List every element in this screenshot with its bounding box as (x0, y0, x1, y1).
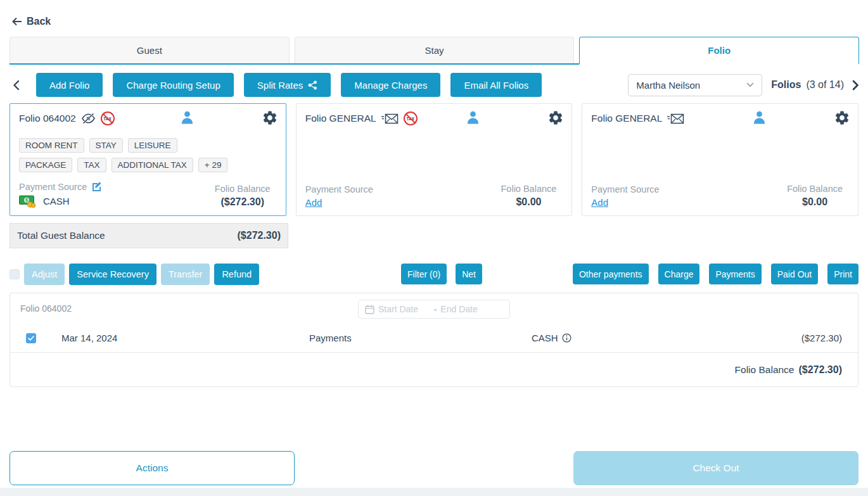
transaction-method-label: CASH (532, 333, 558, 343)
info-icon[interactable] (562, 333, 571, 343)
transfer-button[interactable]: Transfer (161, 264, 210, 285)
folio-page: Back Guest Stay Folio Add Folio Charge R… (0, 0, 868, 496)
folio-balance-block: Folio Balance $0.00 (787, 184, 843, 208)
folio-card-footer: Payment Source $ (19, 181, 277, 208)
charge-tags: ROOM RENT STAY LEISURE PACKAGE TAX ADDIT… (19, 138, 234, 172)
calendar-icon (365, 305, 374, 314)
folio-balance-value: $0.00 (516, 196, 541, 208)
right-actions: Other payments Charge Payments Paid Out … (573, 264, 858, 284)
end-date-input[interactable] (440, 304, 492, 314)
eye-hidden-icon (81, 113, 96, 124)
start-date-input[interactable] (378, 304, 430, 314)
folio-settings-button[interactable] (547, 110, 564, 126)
person-icon (181, 111, 193, 124)
payment-source-label: Payment Source (305, 184, 373, 194)
adjust-button[interactable]: Adjust (24, 264, 65, 285)
guest-select[interactable]: Martha Neilson (628, 74, 762, 96)
folios-pagination: Folios (3 of 14) (771, 76, 862, 94)
folio-card-header: Folio 064002 TAX (19, 111, 277, 126)
chevron-right-icon (852, 80, 859, 91)
total-guest-balance-label: Total Guest Balance (17, 230, 105, 241)
guest-person-button[interactable] (467, 111, 479, 124)
folio-cards: Folio 064002 TAX (10, 103, 858, 216)
date-range-picker[interactable]: - (358, 300, 510, 319)
folio-tag: ROOM RENT (19, 138, 84, 153)
tab-guest[interactable]: Guest (10, 37, 290, 63)
charge-routing-setup-button[interactable]: Charge Routing Setup (113, 73, 233, 97)
back-button[interactable]: Back (11, 16, 51, 27)
service-recovery-button[interactable]: Service Recovery (69, 264, 156, 285)
folio-tag: PACKAGE (19, 158, 72, 172)
cash-icon: $ (19, 194, 37, 208)
transaction-date: Mar 14, 2024 (61, 333, 117, 343)
guest-person-button[interactable] (753, 111, 765, 124)
add-payment-source-link[interactable]: Add (591, 197, 608, 208)
transactions-table-footer: Folio Balance ($272.30) (10, 353, 858, 386)
folio-card-title: Folio GENERAL (591, 113, 662, 124)
folio-card-general-1[interactable]: Folio GENERAL TAX (296, 103, 573, 216)
charge-button[interactable]: Charge (658, 264, 700, 284)
payment-method: $ CASH (19, 194, 102, 208)
row-checkbox[interactable] (26, 333, 36, 343)
prev-folio-button[interactable] (10, 76, 22, 94)
transaction-row[interactable]: Mar 14, 2024 Payments CASH ($272.30) (10, 324, 858, 353)
other-payments-button[interactable]: Other payments (573, 264, 649, 284)
no-tax-icon-text: TAX (406, 117, 414, 121)
email-all-folios-button[interactable]: Email All Folios (450, 73, 542, 97)
add-payment-source-link[interactable]: Add (305, 197, 322, 208)
folio-card-header: Folio GENERAL TAX (305, 111, 563, 126)
total-guest-balance-bar: Total Guest Balance ($272.30) (10, 223, 288, 248)
folio-card-footer: Payment Source Add Folio Balance $0.00 (305, 184, 563, 208)
folio-settings-button[interactable] (834, 110, 850, 126)
folio-balance-label: Folio Balance (501, 184, 556, 194)
bottom-strip (0, 488, 868, 496)
folio-tag: ADDITIONAL TAX (112, 158, 193, 172)
share-icon (308, 80, 317, 90)
manage-charges-button[interactable]: Manage Charges (341, 73, 440, 97)
folio-card-general-2[interactable]: Folio GENERAL (582, 103, 858, 216)
svg-text:$: $ (25, 197, 29, 203)
print-button[interactable]: Print (827, 264, 858, 284)
folio-card-title: Folio GENERAL (305, 113, 376, 124)
filter-actions: Filter (0) Net (401, 264, 482, 284)
folio-balance-label: Folio Balance (787, 184, 843, 194)
table-folio-balance-value: ($272.30) (799, 364, 843, 376)
folio-settings-button[interactable] (262, 110, 278, 126)
folios-label: Folios (771, 79, 801, 91)
folio-balance-value: $0.00 (802, 196, 827, 208)
no-tax-icon: TAX (404, 111, 418, 125)
edit-pencil-icon[interactable] (91, 181, 102, 192)
more-tags-badge[interactable]: + 29 (198, 158, 228, 172)
folio-tag: TAX (77, 158, 106, 172)
tab-stay[interactable]: Stay (295, 37, 575, 63)
transaction-method: CASH (532, 333, 571, 343)
folio-card-title: Folio 064002 (19, 113, 76, 124)
paid-out-button[interactable]: Paid Out (771, 264, 818, 284)
check-icon (28, 336, 34, 341)
no-tax-icon-text: TAX (103, 117, 112, 121)
folios-count: (3 of 14) (806, 79, 844, 91)
split-rates-button[interactable]: Split Rates (244, 73, 331, 97)
back-label: Back (27, 16, 51, 27)
actions-button[interactable]: Actions (10, 451, 295, 485)
transactions-table-header: Folio 064002 - (10, 293, 858, 324)
net-button[interactable]: Net (456, 264, 482, 284)
folio-balance-label: Folio Balance (215, 184, 271, 194)
tab-folio[interactable]: Folio (579, 37, 859, 65)
folio-card-064002[interactable]: Folio 064002 TAX (10, 103, 286, 216)
payment-source-label: Payment Source (591, 184, 659, 194)
chevron-left-icon (13, 80, 20, 91)
refund-button[interactable]: Refund (214, 264, 259, 285)
folio-toolbar: Add Folio Charge Routing Setup Split Rat… (10, 73, 862, 97)
select-all-checkbox[interactable] (10, 269, 20, 279)
payments-button[interactable]: Payments (709, 264, 761, 284)
guest-person-button[interactable] (181, 111, 193, 124)
payment-source-block: Payment Source Add (305, 184, 373, 208)
check-out-button[interactable]: Check Out (573, 451, 858, 485)
person-icon (753, 111, 765, 124)
transaction-amount: ($272.30) (801, 333, 842, 343)
filter-button[interactable]: Filter (0) (401, 264, 447, 284)
next-folio-button[interactable] (849, 76, 862, 94)
manage-charges-label: Manage Charges (354, 80, 427, 91)
add-folio-button[interactable]: Add Folio (36, 73, 103, 97)
